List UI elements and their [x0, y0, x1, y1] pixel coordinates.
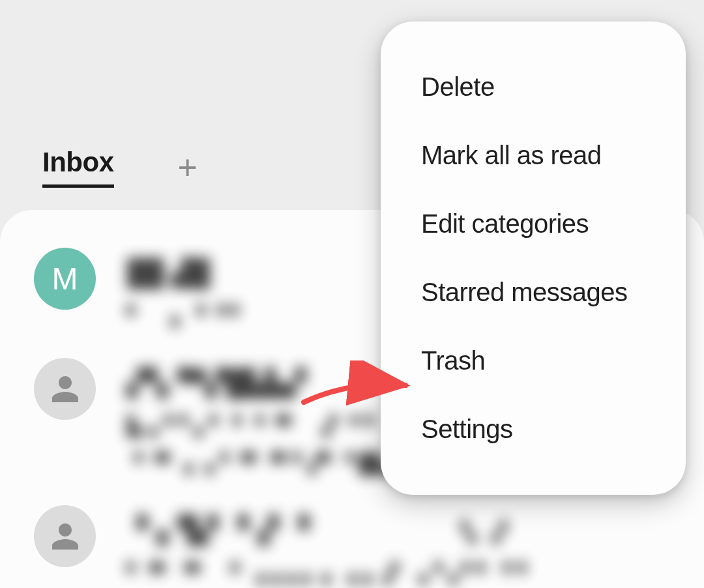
- avatar[interactable]: [34, 505, 96, 567]
- menu-item-delete[interactable]: Delete: [381, 53, 686, 121]
- menu-item-mark-all-read[interactable]: Mark all as read: [381, 121, 686, 190]
- menu-item-starred-messages[interactable]: Starred messages: [381, 258, 686, 327]
- overflow-menu: Delete Mark all as read Edit categories …: [381, 22, 686, 495]
- person-icon: [50, 521, 81, 552]
- avatar[interactable]: [34, 358, 96, 420]
- tab-bar: Inbox +: [42, 147, 198, 188]
- tab-inbox[interactable]: Inbox: [42, 147, 114, 188]
- menu-item-edit-categories[interactable]: Edit categories: [381, 190, 686, 258]
- list-item[interactable]: ▝▗▝▙▘▝▗▘▝ ▚ ▞ ▘▝▘ ▝▘ ▝ ▗▗▗▗ ▗ ▗▗ ▗▘ ▗▝▗ …: [0, 493, 704, 588]
- avatar[interactable]: M: [34, 248, 96, 310]
- menu-item-trash[interactable]: Trash: [381, 327, 686, 395]
- person-icon: [50, 374, 81, 405]
- message-preview: ▝▗▝▙▘▝▗▘▝ ▚ ▞ ▘▝▘ ▝▘ ▝ ▗▗▗▗ ▗ ▗▗ ▗▘ ▗▝▗ …: [127, 505, 665, 588]
- plus-icon[interactable]: +: [178, 151, 198, 184]
- menu-item-settings[interactable]: Settings: [381, 395, 686, 463]
